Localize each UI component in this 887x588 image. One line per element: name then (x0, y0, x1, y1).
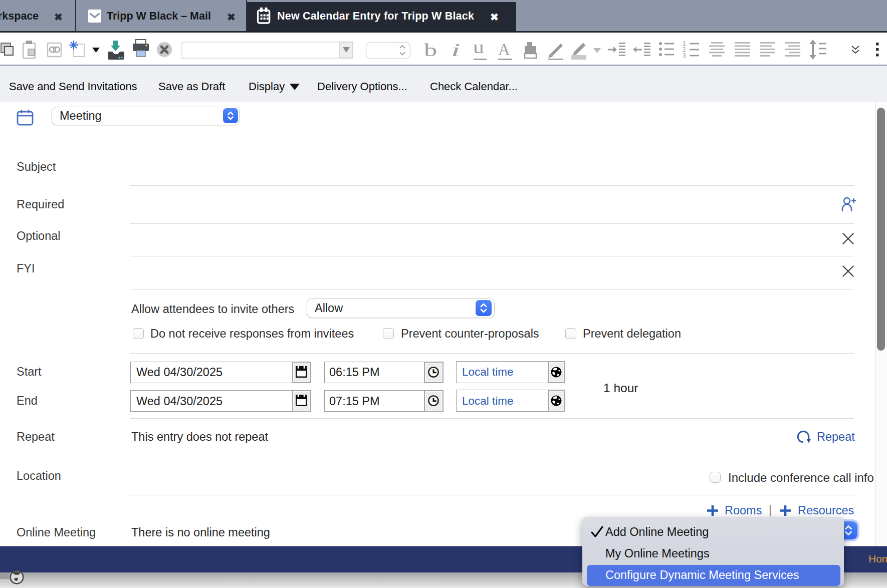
svg-text:3: 3 (683, 52, 686, 59)
